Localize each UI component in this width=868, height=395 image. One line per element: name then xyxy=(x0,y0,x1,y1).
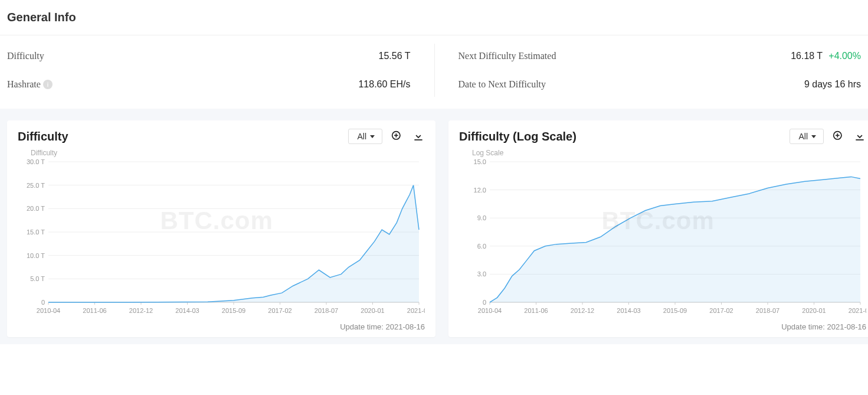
info-label: Difficulty xyxy=(7,51,44,61)
svg-text:2018-07: 2018-07 xyxy=(756,307,779,314)
chevron-down-icon xyxy=(811,135,816,138)
chart-svg: 03.06.09.012.015.02010-042011-062012-122… xyxy=(459,158,866,318)
info-date-next: Date to Next Difficulty 9 days 16 hrs xyxy=(458,79,862,90)
svg-text:2017-02: 2017-02 xyxy=(709,307,733,314)
range-label: All xyxy=(798,132,808,141)
section-title: General Info xyxy=(0,0,868,35)
update-time: Update time: 2021-08-16 xyxy=(459,322,866,331)
svg-text:15.0 T: 15.0 T xyxy=(27,228,45,236)
svg-text:2014-03: 2014-03 xyxy=(175,307,199,314)
range-dropdown[interactable]: All xyxy=(790,129,824,144)
svg-text:2021-08: 2021-08 xyxy=(849,307,866,314)
chart-header: Difficulty (Log Scale) All xyxy=(459,129,866,144)
chart-plot-area[interactable]: BTC.com 05.0 T10.0 T15.0 T20.0 T25.0 T30… xyxy=(18,158,425,320)
general-info-grid: Difficulty 15.56 T Hashrate i 118.60 EH/… xyxy=(0,44,868,109)
svg-text:2018-07: 2018-07 xyxy=(315,307,338,314)
info-label: Date to Next Difficulty xyxy=(458,79,546,90)
chart-title: Difficulty (Log Scale) xyxy=(459,130,577,143)
info-label: Next Difficulty Estimated xyxy=(458,51,556,61)
delta-badge: +4.00% xyxy=(828,51,861,61)
charts-row: Difficulty All Difficulty BTC.com 05.0 T… xyxy=(0,109,868,344)
svg-text:12.0: 12.0 xyxy=(474,187,486,194)
svg-text:2021-08: 2021-08 xyxy=(407,307,425,314)
info-value: 9 days 16 hrs xyxy=(804,79,861,90)
svg-text:2020-01: 2020-01 xyxy=(361,307,384,314)
svg-text:2010-04: 2010-04 xyxy=(37,307,60,314)
chart-svg: 05.0 T10.0 T15.0 T20.0 T25.0 T30.0 T2010… xyxy=(18,158,425,318)
svg-text:2010-04: 2010-04 xyxy=(478,307,502,314)
svg-text:25.0 T: 25.0 T xyxy=(27,182,45,189)
label-text: Difficulty xyxy=(7,51,44,61)
chart-header: Difficulty All xyxy=(18,129,425,144)
svg-text:2012-12: 2012-12 xyxy=(129,307,153,314)
info-value: 16.18 T xyxy=(791,51,823,61)
download-icon[interactable] xyxy=(853,130,866,143)
chart-subtitle: Difficulty xyxy=(31,149,425,157)
svg-text:2020-01: 2020-01 xyxy=(802,307,826,314)
svg-text:10.0 T: 10.0 T xyxy=(27,252,45,259)
info-next-difficulty: Next Difficulty Estimated 16.18 T +4.00% xyxy=(458,51,862,61)
chart-card-difficulty: Difficulty All Difficulty BTC.com 05.0 T… xyxy=(7,120,435,337)
info-difficulty: Difficulty 15.56 T xyxy=(7,51,411,61)
svg-text:6.0: 6.0 xyxy=(477,243,486,250)
svg-text:20.0 T: 20.0 T xyxy=(27,205,45,212)
chevron-down-icon xyxy=(370,135,375,138)
svg-text:9.0: 9.0 xyxy=(477,214,486,221)
chart-title: Difficulty xyxy=(18,130,68,143)
info-label: Hashrate i xyxy=(7,79,53,90)
chart-subtitle: Log Scale xyxy=(472,149,866,157)
svg-text:2011-06: 2011-06 xyxy=(524,307,548,314)
svg-text:2015-09: 2015-09 xyxy=(663,307,687,314)
info-col-right: Next Difficulty Estimated 16.18 T +4.00%… xyxy=(434,44,862,97)
info-value: 15.56 T xyxy=(379,51,411,61)
info-col-left: Difficulty 15.56 T Hashrate i 118.60 EH/… xyxy=(7,44,434,97)
info-value-wrap: 16.18 T +4.00% xyxy=(791,51,861,61)
zoom-in-icon[interactable] xyxy=(832,130,845,143)
chart-tools: All xyxy=(348,129,425,144)
info-hashrate: Hashrate i 118.60 EH/s xyxy=(7,79,411,90)
svg-text:0: 0 xyxy=(41,299,45,306)
svg-text:15.0: 15.0 xyxy=(474,158,486,165)
zoom-in-icon[interactable] xyxy=(391,130,404,143)
info-icon[interactable]: i xyxy=(43,80,53,89)
range-label: All xyxy=(357,132,366,141)
info-value: 118.60 EH/s xyxy=(358,79,410,90)
chart-plot-area[interactable]: BTC.com 03.06.09.012.015.02010-042011-06… xyxy=(459,158,866,320)
svg-text:30.0 T: 30.0 T xyxy=(27,158,45,165)
svg-text:5.0 T: 5.0 T xyxy=(30,275,45,282)
label-text: Hashrate xyxy=(7,79,41,90)
svg-text:2012-12: 2012-12 xyxy=(571,307,594,314)
update-time: Update time: 2021-08-16 xyxy=(18,322,425,331)
svg-text:0: 0 xyxy=(483,299,486,306)
svg-text:2017-02: 2017-02 xyxy=(268,307,291,314)
svg-text:2014-03: 2014-03 xyxy=(617,307,640,314)
svg-text:2015-09: 2015-09 xyxy=(222,307,245,314)
svg-text:3.0: 3.0 xyxy=(477,270,486,278)
chart-card-log: Difficulty (Log Scale) All Log Scale BTC… xyxy=(448,120,868,337)
svg-text:2011-06: 2011-06 xyxy=(83,307,106,314)
range-dropdown[interactable]: All xyxy=(348,129,382,144)
chart-tools: All xyxy=(790,129,866,144)
download-icon[interactable] xyxy=(412,130,425,143)
